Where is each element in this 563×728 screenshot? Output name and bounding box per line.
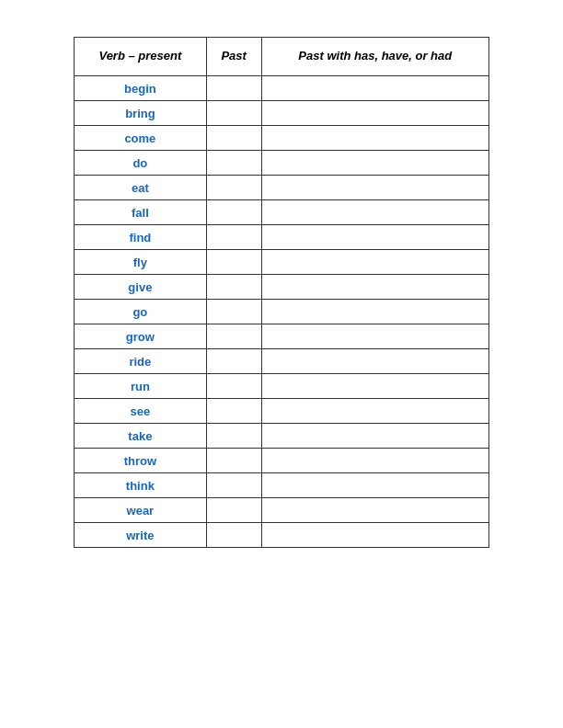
verb-present-cell: grow <box>75 324 207 349</box>
past-perfect-cell[interactable] <box>261 126 488 151</box>
past-tense-cell[interactable] <box>206 399 261 424</box>
past-perfect-cell[interactable] <box>261 349 488 374</box>
table-row: do <box>75 151 489 176</box>
past-perfect-cell[interactable] <box>261 523 488 548</box>
header-past: Past <box>206 38 261 76</box>
verb-present-cell: go <box>75 300 207 324</box>
past-perfect-cell[interactable] <box>261 300 488 324</box>
past-perfect-cell[interactable] <box>261 101 488 126</box>
past-perfect-cell[interactable] <box>261 424 488 449</box>
past-perfect-cell[interactable] <box>261 374 488 399</box>
table-row: come <box>75 126 489 151</box>
past-tense-cell[interactable] <box>206 349 261 374</box>
table-row: fall <box>75 200 489 225</box>
table-row: begin <box>75 76 489 101</box>
past-perfect-cell[interactable] <box>261 200 488 225</box>
past-tense-cell[interactable] <box>206 275 261 300</box>
header-past-with-has: Past with has, have, or had <box>261 38 488 76</box>
table-row: think <box>75 473 489 498</box>
past-tense-cell[interactable] <box>206 151 261 176</box>
verb-present-cell: run <box>75 374 207 399</box>
past-tense-cell[interactable] <box>206 126 261 151</box>
table-row: eat <box>75 176 489 200</box>
past-perfect-cell[interactable] <box>261 473 488 498</box>
past-perfect-cell[interactable] <box>261 176 488 200</box>
past-perfect-cell[interactable] <box>261 225 488 250</box>
verb-present-cell: ride <box>75 349 207 374</box>
table-row: find <box>75 225 489 250</box>
verb-present-cell: see <box>75 399 207 424</box>
worksheet-container: Verb – present Past Past with has, have,… <box>74 37 489 548</box>
past-tense-cell[interactable] <box>206 101 261 126</box>
past-tense-cell[interactable] <box>206 250 261 275</box>
verb-present-cell: write <box>75 523 207 548</box>
table-row: go <box>75 300 489 324</box>
verb-present-cell: eat <box>75 176 207 200</box>
past-tense-cell[interactable] <box>206 374 261 399</box>
past-perfect-cell[interactable] <box>261 324 488 349</box>
past-tense-cell[interactable] <box>206 424 261 449</box>
table-row: take <box>75 424 489 449</box>
verb-present-cell: fly <box>75 250 207 275</box>
table-row: ride <box>75 349 489 374</box>
table-row: throw <box>75 449 489 473</box>
table-row: wear <box>75 498 489 523</box>
verb-present-cell: throw <box>75 449 207 473</box>
table-row: run <box>75 374 489 399</box>
verb-present-cell: give <box>75 275 207 300</box>
past-tense-cell[interactable] <box>206 225 261 250</box>
verb-table: Verb – present Past Past with has, have,… <box>74 37 489 548</box>
past-perfect-cell[interactable] <box>261 399 488 424</box>
table-row: give <box>75 275 489 300</box>
header-verb-present: Verb – present <box>75 38 207 76</box>
past-perfect-cell[interactable] <box>261 76 488 101</box>
verb-present-cell: think <box>75 473 207 498</box>
table-header-row: Verb – present Past Past with has, have,… <box>75 38 489 76</box>
past-perfect-cell[interactable] <box>261 498 488 523</box>
verb-present-cell: wear <box>75 498 207 523</box>
past-tense-cell[interactable] <box>206 176 261 200</box>
past-tense-cell[interactable] <box>206 76 261 101</box>
past-tense-cell[interactable] <box>206 523 261 548</box>
past-tense-cell[interactable] <box>206 324 261 349</box>
past-perfect-cell[interactable] <box>261 250 488 275</box>
table-row: fly <box>75 250 489 275</box>
verb-present-cell: find <box>75 225 207 250</box>
verb-present-cell: begin <box>75 76 207 101</box>
table-row: bring <box>75 101 489 126</box>
past-perfect-cell[interactable] <box>261 449 488 473</box>
past-tense-cell[interactable] <box>206 200 261 225</box>
past-tense-cell[interactable] <box>206 473 261 498</box>
table-row: write <box>75 523 489 548</box>
verb-present-cell: fall <box>75 200 207 225</box>
verb-present-cell: come <box>75 126 207 151</box>
verb-present-cell: do <box>75 151 207 176</box>
past-perfect-cell[interactable] <box>261 151 488 176</box>
table-row: see <box>75 399 489 424</box>
verb-present-cell: take <box>75 424 207 449</box>
past-tense-cell[interactable] <box>206 300 261 324</box>
verb-present-cell: bring <box>75 101 207 126</box>
past-tense-cell[interactable] <box>206 498 261 523</box>
table-row: grow <box>75 324 489 349</box>
past-perfect-cell[interactable] <box>261 275 488 300</box>
past-tense-cell[interactable] <box>206 449 261 473</box>
